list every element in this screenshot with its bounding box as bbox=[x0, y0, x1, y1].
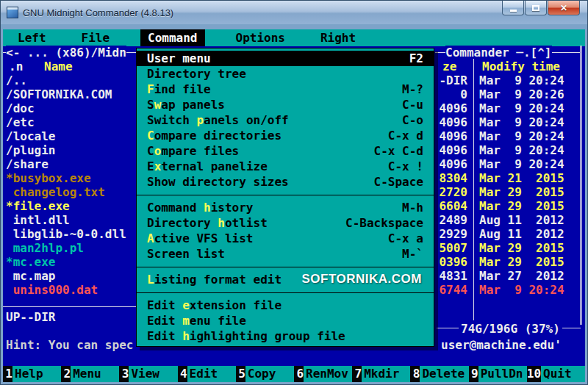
file-meta-row[interactable]: 2489Aug 11 2012 bbox=[435, 213, 581, 227]
file-size: 4096 bbox=[435, 157, 467, 171]
menu-item-swap-panels[interactable]: Swap panelsC-u bbox=[137, 97, 434, 112]
menu-item-label: Find file bbox=[147, 82, 211, 97]
menu-item-edit-menu-file[interactable]: Edit menu file bbox=[137, 313, 434, 328]
file-meta-row[interactable]: 4096Mar 9 20:24 bbox=[435, 115, 581, 129]
menu-item-external-panelize[interactable]: External panelizeC-x ! bbox=[137, 159, 434, 174]
file-meta-row[interactable]: 2720Mar 29 2015 bbox=[435, 185, 581, 199]
file-meta-row[interactable]: 4096Mar 9 20:24 bbox=[435, 143, 581, 157]
fnkey-view[interactable]: 3View bbox=[119, 366, 177, 382]
file-meta-row[interactable]: 4096Mar 9 20:24 bbox=[435, 157, 581, 171]
menubar-item-options[interactable]: Options bbox=[232, 29, 290, 46]
file-entry-changelog-txt[interactable]: changelog.txt bbox=[6, 185, 105, 199]
menu-item-command-history[interactable]: Command historyM-h bbox=[137, 200, 434, 215]
right-panel-title[interactable]: Commander ─.[^] bbox=[445, 46, 552, 60]
shell-prompt[interactable]: user@machine.edu' bbox=[441, 338, 562, 352]
fnkey-number: 9 bbox=[469, 366, 478, 382]
file-meta-row[interactable]: 0Mar 9 20:26 bbox=[435, 87, 581, 101]
menu-item-directory-hotlist[interactable]: Directory hotlistC-Backspace bbox=[137, 215, 434, 231]
file-entry-etc[interactable]: /etc bbox=[6, 115, 35, 129]
menubar-item-left[interactable]: Left bbox=[13, 29, 51, 46]
file-modify-time: Mar 29 2015 bbox=[479, 199, 564, 213]
fnkey-label: RenMov bbox=[304, 366, 352, 382]
file-size: 4096 bbox=[435, 143, 467, 157]
file-entry-intl-dll[interactable]: intl.dll bbox=[6, 213, 70, 227]
menu-item-compare-files[interactable]: Compare filesC-x C-d bbox=[137, 143, 434, 159]
fnkey-number: 5 bbox=[236, 366, 245, 382]
file-entry-doc[interactable]: /doc bbox=[6, 101, 35, 115]
fnkey-menu[interactable]: 2Menu bbox=[61, 366, 119, 382]
file-entry-[interactable]: /.. bbox=[6, 73, 27, 87]
file-meta-row[interactable]: 4096Mar 9 20:24 bbox=[435, 101, 581, 115]
file-size: 0 bbox=[435, 87, 467, 101]
menu-item-find-file[interactable]: Find fileM-? bbox=[137, 82, 434, 97]
menu-item-label: Edit highlighting group file bbox=[147, 328, 345, 344]
file-entry-mc-exe[interactable]: *mc.exe bbox=[6, 255, 55, 269]
menubar-item-file[interactable]: File bbox=[77, 29, 115, 46]
menu-item-label: Swap panels bbox=[147, 97, 225, 112]
file-meta-row[interactable]: 0396Mar 29 2015 bbox=[435, 255, 581, 269]
fnkey-renmov[interactable]: 6RenMov bbox=[294, 366, 352, 382]
menu-item-directory-tree[interactable]: Directory tree bbox=[137, 66, 434, 82]
menu-item-active-vfs-list[interactable]: Active VFS listC-x a bbox=[137, 231, 434, 246]
right-panel-size-column-header[interactable]: ze bbox=[442, 60, 456, 73]
menu-item-switch-panels-on-off[interactable]: Switch panels on/offC-o bbox=[137, 112, 434, 128]
fnkey-mkdir[interactable]: 7Mkdir bbox=[352, 366, 410, 382]
fnkey-number: 2 bbox=[61, 366, 71, 382]
file-entry-man2hlp-pl[interactable]: man2hlp.pl bbox=[6, 241, 84, 255]
maximize-icon bbox=[532, 5, 539, 11]
file-entry-plugin[interactable]: /plugin bbox=[6, 143, 55, 157]
minimize-icon bbox=[510, 10, 517, 12]
file-meta-row[interactable]: 5007Mar 29 2015 bbox=[435, 241, 581, 255]
file-meta-row[interactable]: 4831Mar 27 2012 bbox=[435, 269, 581, 283]
hotkey-letter: w bbox=[154, 98, 162, 112]
menu-item-shortcut: C-u bbox=[402, 97, 423, 112]
right-panel-modify-column-header[interactable]: Modify time bbox=[482, 60, 560, 73]
file-entry-softornika-com[interactable]: /SOFTORNIKA.COM bbox=[6, 87, 112, 101]
file-meta-row[interactable]: 2929Aug 11 2012 bbox=[435, 227, 581, 241]
fnkey-copy[interactable]: 5Copy bbox=[236, 366, 294, 382]
file-meta-row[interactable]: -DIRMar 9 20:24 bbox=[435, 73, 581, 87]
menu-item-edit-extension-file[interactable]: Edit extension file bbox=[137, 298, 434, 313]
close-button[interactable]: ✕ bbox=[548, 1, 580, 15]
fnkey-delete[interactable]: 8Delete bbox=[410, 366, 468, 382]
menubar-item-right[interactable]: Right bbox=[316, 29, 360, 46]
fnkey-pulldn[interactable]: 9PullDn bbox=[469, 366, 527, 382]
menu-item-compare-directories[interactable]: Compare directoriesC-x d bbox=[137, 128, 434, 143]
file-entry-file-exe[interactable]: *file.exe bbox=[6, 199, 70, 213]
left-panel-path[interactable]: <- ... (x86)/Midn bbox=[6, 46, 126, 60]
fnkey-label: Edit bbox=[187, 366, 236, 382]
file-entry-libglib-0-0-dll[interactable]: libglib-~0-0.dll bbox=[6, 227, 126, 241]
menu-item-user-menu[interactable]: User menuF2 bbox=[137, 51, 434, 66]
file-modify-time: Mar 21 2015 bbox=[479, 171, 564, 185]
menu-item-shortcut: C-x d bbox=[388, 128, 423, 143]
watermark: SOFTORNIKA.COM bbox=[302, 272, 422, 287]
fnkey-quit[interactable]: 10Quit bbox=[527, 366, 585, 382]
titlebar: GNU Midnight Commander (4.8.13) ✕ bbox=[1, 1, 587, 24]
file-entry-locale[interactable]: /locale bbox=[6, 129, 55, 143]
menu-item-screen-list[interactable]: Screen listM-` bbox=[137, 246, 434, 262]
fnkey-help[interactable]: 1Help bbox=[3, 366, 61, 382]
left-panel-sort-indicator[interactable]: .n bbox=[9, 60, 23, 73]
file-size: 4096 bbox=[435, 129, 467, 143]
fnkey-number: 10 bbox=[527, 366, 541, 382]
file-modify-time: Mar 9 20:24 bbox=[479, 157, 564, 171]
hotkey-letter: C bbox=[147, 129, 154, 143]
file-meta-row[interactable]: 6604Mar 29 2015 bbox=[435, 199, 581, 213]
fnkey-label: Menu bbox=[71, 366, 119, 382]
left-panel-name-column-header[interactable]: Name bbox=[44, 60, 73, 73]
file-meta-row[interactable]: 4096Mar 9 20:24 bbox=[435, 129, 581, 143]
file-size: 5007 bbox=[435, 241, 467, 255]
fnkey-number: 6 bbox=[294, 366, 304, 382]
file-entry-share[interactable]: /share bbox=[6, 157, 49, 171]
file-meta-row[interactable]: 8304Mar 21 2015 bbox=[435, 171, 581, 185]
fnkey-edit[interactable]: 4Edit bbox=[178, 366, 236, 382]
menu-item-edit-highlighting-group-file[interactable]: Edit highlighting group file bbox=[137, 328, 434, 344]
menubar-item-command[interactable]: Command bbox=[140, 29, 204, 46]
file-meta-row[interactable]: 6744Mar 9 20:24 bbox=[435, 283, 581, 297]
file-entry-mc-map[interactable]: mc.map bbox=[6, 269, 55, 283]
minimize-button[interactable] bbox=[502, 1, 524, 15]
file-entry-busybox-exe[interactable]: *busybox.exe bbox=[6, 171, 91, 185]
menu-item-show-directory-sizes[interactable]: Show directory sizesC-Space bbox=[137, 174, 434, 190]
maximize-button[interactable] bbox=[525, 1, 547, 15]
file-entry-unins000-dat[interactable]: unins000.dat bbox=[6, 283, 98, 297]
